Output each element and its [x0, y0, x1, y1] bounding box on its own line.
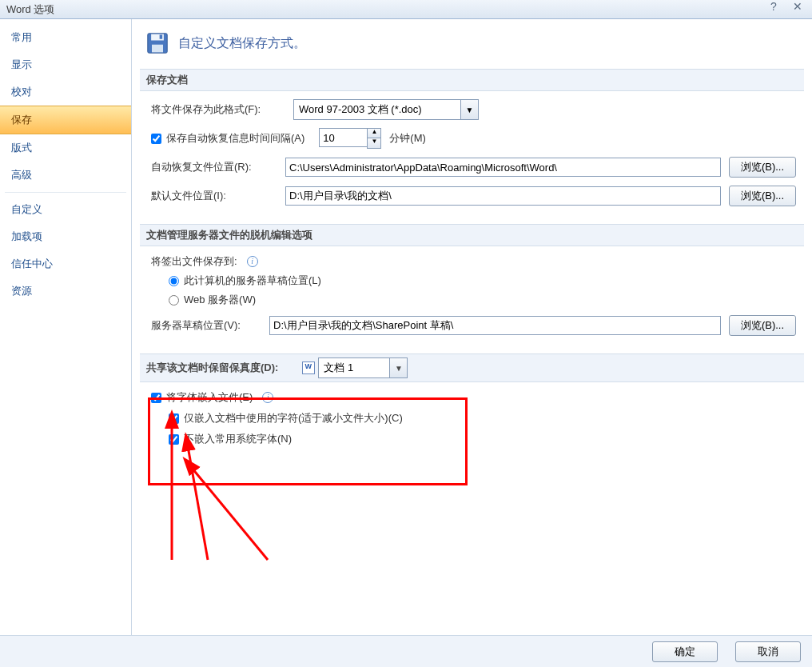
draft-loc-label: 服务器草稿位置(V):	[151, 318, 263, 333]
svg-rect-2	[152, 45, 163, 53]
section-head-fidelity: 共享该文档时保留保真度(D): ▼	[140, 353, 804, 382]
draft-loc-input[interactable]	[269, 316, 721, 335]
section-head-save: 保存文档	[140, 69, 804, 91]
save-disk-icon	[145, 30, 170, 56]
sidebar-item-advanced[interactable]: 高级	[0, 162, 131, 189]
format-dropdown[interactable]: ▼	[293, 99, 479, 120]
browse-button-default[interactable]: 浏览(B)...	[729, 186, 796, 206]
sidebar: 常用 显示 校对 保存 版式 高级 自定义 加载项 信任中心 资源	[0, 19, 132, 635]
embed-used-checkbox[interactable]	[169, 413, 179, 424]
title-bar: Word 选项 ? ✕	[0, 0, 812, 19]
main-panel: 自定义文档保存方式。 保存文档 将文件保存为此格式(F): ▼ 保存自动恢复信息…	[132, 19, 812, 635]
spinner-down-icon[interactable]: ▼	[368, 138, 380, 148]
sidebar-item-addins[interactable]: 加载项	[0, 223, 131, 250]
format-label: 将文件保存为此格式(F):	[151, 102, 287, 117]
embed-noskip-checkbox[interactable]	[169, 434, 179, 445]
fidelity-label: 共享该文档时保留保真度(D):	[146, 361, 278, 375]
dropdown-arrow-icon[interactable]: ▼	[461, 99, 479, 120]
default-loc-input[interactable]	[285, 186, 721, 206]
sidebar-item-layout[interactable]: 版式	[0, 134, 131, 162]
autorecover-unit: 分钟(M)	[389, 131, 426, 146]
sidebar-item-common[interactable]: 常用	[0, 24, 131, 51]
document-icon	[302, 361, 315, 374]
dropdown-arrow-icon[interactable]: ▼	[390, 357, 408, 378]
cancel-button[interactable]: 取消	[735, 641, 801, 662]
default-loc-label: 默认文件位置(I):	[151, 189, 279, 203]
help-button[interactable]: ?	[762, 0, 785, 14]
radio-web-server[interactable]	[169, 295, 179, 306]
embed-fonts-checkbox[interactable]	[151, 393, 161, 403]
autorecover-label: 保存自动恢复信息时间间隔(A)	[166, 131, 304, 146]
autorecover-minutes-spinner[interactable]: ▲▼	[319, 128, 381, 149]
fidelity-doc-value	[318, 357, 390, 378]
fidelity-doc-dropdown[interactable]: ▼	[318, 357, 408, 378]
radio-local-label: 此计算机的服务器草稿位置(L)	[184, 274, 321, 288]
info-icon[interactable]: i	[262, 392, 273, 403]
sidebar-item-resources[interactable]: 资源	[0, 278, 131, 305]
embed-used-label: 仅嵌入文档中使用的字符(适于减小文件大小)(C)	[184, 411, 403, 425]
sidebar-item-customize[interactable]: 自定义	[0, 196, 131, 223]
embed-noskip-label: 不嵌入常用系统字体(N)	[184, 432, 292, 446]
radio-web-label: Web 服务器(W)	[184, 293, 256, 307]
sidebar-item-trust[interactable]: 信任中心	[0, 250, 131, 278]
page-title: 自定义文档保存方式。	[178, 35, 306, 52]
autorecover-minutes-input[interactable]	[319, 128, 367, 147]
window-title: Word 选项	[6, 3, 54, 15]
sidebar-item-proofing[interactable]: 校对	[0, 78, 131, 106]
browse-button-autorecover[interactable]: 浏览(B)...	[729, 157, 796, 178]
sidebar-item-save[interactable]: 保存	[0, 106, 131, 134]
svg-rect-3	[160, 35, 163, 39]
radio-local-drafts[interactable]	[169, 276, 179, 286]
format-value	[293, 99, 461, 120]
close-button[interactable]: ✕	[786, 0, 809, 14]
section-head-offline: 文档管理服务器文件的脱机编辑选项	[140, 224, 804, 246]
ok-button[interactable]: 确定	[652, 641, 718, 662]
info-icon[interactable]: i	[247, 256, 258, 267]
bottom-bar: 确定 取消	[0, 635, 812, 667]
autorecover-checkbox[interactable]	[151, 134, 161, 144]
sidebar-item-display[interactable]: 显示	[0, 51, 131, 78]
sidebar-divider	[5, 192, 126, 193]
checkout-label: 将签出文件保存到:	[151, 254, 237, 269]
autorecover-loc-input[interactable]	[285, 158, 721, 177]
autorecover-loc-label: 自动恢复文件位置(R):	[151, 160, 279, 174]
embed-fonts-label: 将字体嵌入文件(E)	[166, 390, 253, 405]
browse-button-drafts[interactable]: 浏览(B)...	[729, 315, 796, 336]
